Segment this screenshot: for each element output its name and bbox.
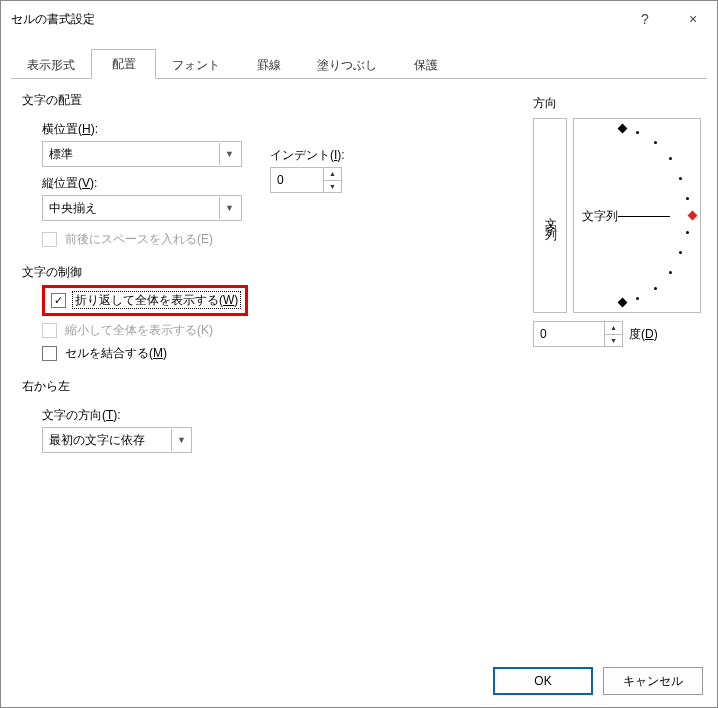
checkmark-icon: ✓ (51, 293, 66, 308)
degree-spinner[interactable]: 0 ▲ ▼ (533, 321, 623, 347)
group-text-control: 文字の制御 (22, 264, 506, 281)
vertical-align-select[interactable]: 中央揃え ▼ (42, 195, 242, 221)
spin-up-icon[interactable]: ▲ (605, 322, 622, 335)
tab-fill[interactable]: 塗りつぶし (301, 51, 393, 79)
chevron-down-icon: ▼ (171, 429, 191, 451)
vertical-align-label: 縦位置(V): (42, 175, 242, 192)
orientation-needle (618, 216, 670, 217)
indent-value: 0 (271, 173, 323, 187)
orientation-dial-label: 文字列 (582, 207, 618, 224)
spin-down-icon[interactable]: ▼ (605, 335, 622, 347)
tab-number-format[interactable]: 表示形式 (11, 51, 91, 79)
wrap-text-highlight: ✓ 折り返して全体を表示する(W) (42, 285, 248, 316)
justify-distributed-checkbox: 前後にスペースを入れる(E) (42, 231, 506, 248)
degree-value: 0 (534, 327, 604, 341)
degree-label: 度(D) (629, 326, 658, 343)
horizontal-align-label: 横位置(H): (42, 121, 242, 138)
group-text-alignment: 文字の配置 (22, 92, 506, 109)
indent-label: インデント(I): (270, 147, 345, 164)
text-direction-label: 文字の方向(T): (42, 407, 506, 424)
diamond-icon (618, 298, 628, 308)
spin-up-icon[interactable]: ▲ (324, 168, 341, 181)
orientation-dial[interactable]: 文字列 (573, 118, 701, 313)
wrap-text-checkbox[interactable]: ✓ 折り返して全体を表示する(W) (51, 292, 239, 309)
close-button[interactable]: × (669, 1, 717, 37)
diamond-icon (618, 124, 628, 134)
horizontal-align-value: 標準 (49, 146, 73, 163)
orientation-vertical-button[interactable]: 文字列 (533, 118, 567, 313)
tab-alignment[interactable]: 配置 (91, 49, 156, 79)
indent-spinner[interactable]: 0 ▲ ▼ (270, 167, 342, 193)
vertical-align-value: 中央揃え (49, 200, 97, 217)
text-direction-value: 最初の文字に依存 (49, 432, 145, 449)
chevron-down-icon: ▼ (219, 143, 239, 165)
shrink-to-fit-checkbox: 縮小して全体を表示する(K) (42, 322, 506, 339)
text-direction-select[interactable]: 最初の文字に依存 ▼ (42, 427, 192, 453)
ok-button[interactable]: OK (493, 667, 593, 695)
window-title: セルの書式設定 (11, 11, 95, 28)
diamond-current-icon (688, 211, 698, 221)
merge-cells-checkbox[interactable]: セルを結合する(M) (42, 345, 506, 362)
help-button[interactable]: ? (621, 1, 669, 37)
horizontal-align-select[interactable]: 標準 ▼ (42, 141, 242, 167)
chevron-down-icon: ▼ (219, 197, 239, 219)
spin-down-icon[interactable]: ▼ (324, 181, 341, 193)
cancel-button[interactable]: キャンセル (603, 667, 703, 695)
group-orientation: 方向 (533, 95, 701, 112)
tab-protection[interactable]: 保護 (393, 51, 458, 79)
tab-font[interactable]: フォント (156, 51, 236, 79)
group-rtl: 右から左 (22, 378, 506, 395)
tab-border[interactable]: 罫線 (236, 51, 301, 79)
